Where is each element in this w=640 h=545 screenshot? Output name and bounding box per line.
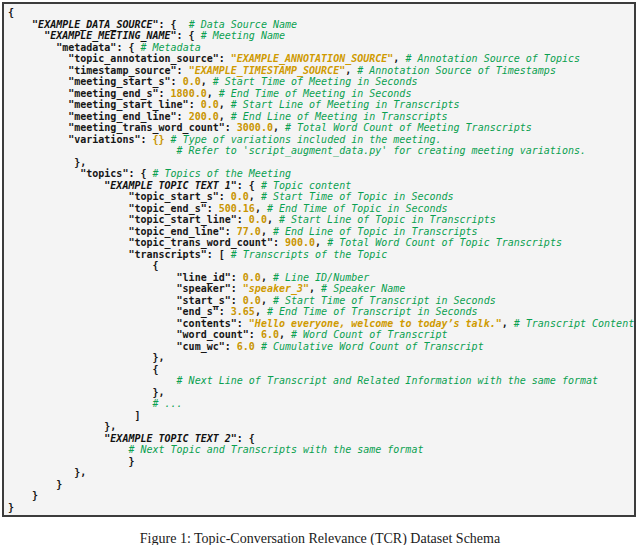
code-line: "meeting_end_line": 200.0, # End Line of… xyxy=(8,111,634,123)
code-line: { xyxy=(8,364,634,376)
code-line: "transcripts": [ # Transcripts of the To… xyxy=(8,249,634,261)
code-line: "meeting_trans_word_count": 3000.0, # To… xyxy=(8,122,634,134)
code-line: "timestamp_source": "EXAMPLE_TIMESTAMP_S… xyxy=(8,65,634,77)
code-line: "line_id": 0.0, # Line ID/Number xyxy=(8,272,634,284)
code-line: { xyxy=(8,260,634,272)
code-line: }, xyxy=(8,467,634,479)
code-line: "metadata": { # Metadata xyxy=(8,42,634,54)
code-line: } xyxy=(8,479,634,491)
code-line: "topics": { # Topics of the Meeting xyxy=(8,168,634,180)
code-line: "end_s": 3.65, # End Time of Transcript … xyxy=(8,306,634,318)
code-line: ] xyxy=(8,410,634,422)
code-line: # ... xyxy=(8,398,634,410)
code-line: "EXAMPLE TOPIC TEXT 1": { # Topic conten… xyxy=(8,180,634,192)
json-schema-code: { "EXAMPLE_DATA_SOURCE": { # Data Source… xyxy=(8,7,634,513)
code-line: # Refer to 'script_augment_data.py' for … xyxy=(8,145,634,157)
code-line: # Next Topic and Transcripts with the sa… xyxy=(8,444,634,456)
code-line: "meeting_start_s": 0.0, # Start Time of … xyxy=(8,76,634,88)
code-line: "meeting_start_line": 0.0, # Start Line … xyxy=(8,99,634,111)
code-line: "speaker": "speaker_3", # Speaker Name xyxy=(8,283,634,295)
code-line: }, xyxy=(8,352,634,364)
code-line: "topic_start_s": 0.0, # Start Time of To… xyxy=(8,191,634,203)
code-line: # Next Line of Transcript and Related In… xyxy=(8,375,634,387)
code-line: }, xyxy=(8,387,634,399)
code-line: "variations": {} # Type of variations in… xyxy=(8,134,634,146)
code-line: { xyxy=(8,7,634,19)
code-listing-box: { "EXAMPLE_DATA_SOURCE": { # Data Source… xyxy=(2,2,636,517)
code-line: }, xyxy=(8,421,634,433)
code-line: "cum_wc": 6.0 # Cumulative Word Count of… xyxy=(8,341,634,353)
code-line: "EXAMPLE TOPIC TEXT 2": { xyxy=(8,433,634,445)
code-line: "topic_start_line": 0.0, # Start Line of… xyxy=(8,214,634,226)
code-line: "topic_trans_word_count": 900.0, # Total… xyxy=(8,237,634,249)
code-line: }, xyxy=(8,157,634,169)
code-line: "word_count": 6.0, # Word Count of Trans… xyxy=(8,329,634,341)
code-line: "meeting_end_s": 1800.0, # End Time of M… xyxy=(8,88,634,100)
code-line: } xyxy=(8,456,634,468)
code-line: "EXAMPLE_DATA_SOURCE": { # Data Source N… xyxy=(8,19,634,31)
code-line: "topic_annotation_source": "EXAMPLE_ANNO… xyxy=(8,53,634,65)
code-line: "contents": "Hello everyone, welcome to … xyxy=(8,318,634,330)
code-line: "EXAMPLE_MEETING_NAME": { # Meeting Name xyxy=(8,30,634,42)
code-line: } xyxy=(8,490,634,502)
code-line: "topic_end_line": 77.0, # End Line of To… xyxy=(8,226,634,238)
code-line: } xyxy=(8,502,634,514)
figure-caption: Figure 1: Topic-Conversation Relevance (… xyxy=(0,531,640,545)
code-line: "topic_end_s": 500.16, # End Time of Top… xyxy=(8,203,634,215)
code-line: "start_s": 0.0, # Start Time of Transcri… xyxy=(8,295,634,307)
